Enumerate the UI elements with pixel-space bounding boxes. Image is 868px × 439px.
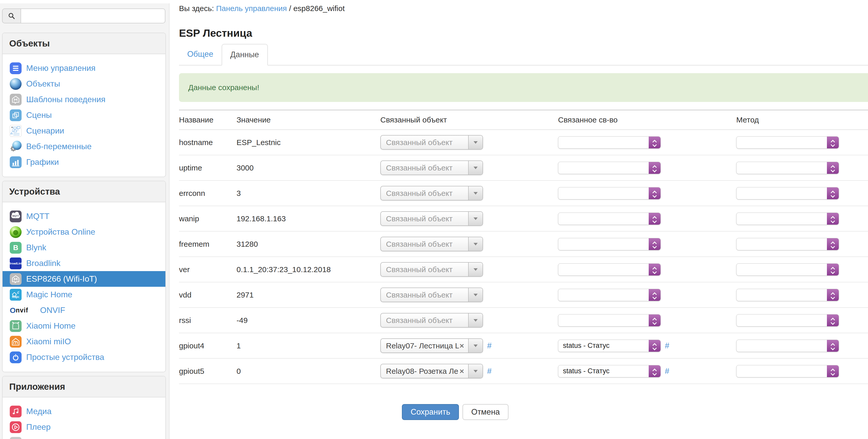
- control-menu-icon: [10, 62, 22, 74]
- table-row-wanip: wanip 192.168.1.163 Связанный объект: [179, 206, 868, 231]
- method-select[interactable]: [736, 263, 839, 276]
- sidebar-item-charts[interactable]: Графики: [3, 154, 165, 170]
- sidebar-item-media[interactable]: Медиа: [3, 404, 165, 419]
- tab-general[interactable]: Общее: [179, 44, 222, 65]
- linked-object-select[interactable]: Relay08- Розетка Ле… ×: [380, 364, 483, 378]
- method-select[interactable]: [736, 314, 839, 326]
- linked-object-select[interactable]: Связанный объект: [380, 313, 483, 327]
- property-name: uptime: [179, 163, 237, 172]
- sidebar-panel-objects: Объекты Меню управления Объекты Шаблоны …: [2, 33, 166, 177]
- method-select[interactable]: [736, 238, 839, 250]
- sidebar-item-xiaomi-miio[interactable]: Xiaomi miIO: [3, 334, 165, 349]
- broadlink-icon: BroadLink: [10, 257, 22, 269]
- select-chevrons-icon: [827, 238, 839, 250]
- column-header-name: Название: [179, 116, 237, 124]
- sidebar-item-behavior-templates[interactable]: Шаблоны поведения: [3, 92, 165, 107]
- linked-property-select[interactable]: [558, 314, 661, 326]
- linked-object-select[interactable]: Связанный объект: [380, 287, 483, 302]
- linked-property-select[interactable]: status - Статус: [558, 340, 661, 352]
- linked-object-select[interactable]: Связанный объект: [380, 186, 483, 200]
- linked-object-select[interactable]: Relay07- Лестница L… ×: [380, 338, 483, 353]
- linked-property-select[interactable]: [558, 187, 661, 199]
- select-chevrons-icon: [827, 264, 839, 276]
- column-header-method: Метод: [736, 116, 868, 124]
- remove-selection-icon[interactable]: ×: [459, 341, 468, 350]
- sidebar-item-onvif[interactable]: Onvif ONVIF: [3, 303, 165, 318]
- select-chevrons-icon: [827, 213, 839, 225]
- property-value: 31280: [237, 240, 380, 249]
- search-button[interactable]: [2, 8, 21, 23]
- dropdown-arrow-icon: [468, 263, 483, 276]
- sidebar-item-mqtt[interactable]: MQTT MQTT: [3, 209, 165, 224]
- sidebar-item-broadlink[interactable]: BroadLink Broadlink: [3, 255, 165, 271]
- method-select[interactable]: [736, 136, 839, 149]
- object-link[interactable]: #: [487, 341, 492, 350]
- sidebar-item-file-manager[interactable]: File Manager: [3, 435, 165, 439]
- property-value: 2971: [237, 291, 380, 299]
- linked-object-select[interactable]: Связанный объект: [380, 135, 483, 150]
- select-chevrons-icon: [827, 365, 839, 377]
- remove-selection-icon[interactable]: ×: [459, 367, 468, 376]
- linked-property-select[interactable]: [558, 289, 661, 301]
- linked-property-select[interactable]: [558, 238, 661, 250]
- linked-property-select[interactable]: [558, 136, 661, 149]
- linked-object-select[interactable]: Связанный объект: [380, 160, 483, 175]
- linked-object-select[interactable]: Связанный объект: [380, 237, 483, 251]
- dropdown-arrow-icon: [468, 186, 483, 200]
- tab-data[interactable]: Данные: [222, 44, 268, 65]
- search-input[interactable]: [21, 8, 165, 23]
- method-select[interactable]: [736, 365, 839, 377]
- sidebar-item-magic-home[interactable]: Magic Magic Home: [3, 287, 165, 303]
- sidebar-item-scenarios[interactable]: Сценарии: [3, 123, 165, 138]
- method-select[interactable]: [736, 213, 839, 225]
- breadcrumb: Вы здесь: Панель управления / esp8266_wi…: [179, 0, 868, 13]
- linked-object-select[interactable]: Связанный объект: [380, 211, 483, 226]
- property-name: rssi: [179, 316, 237, 325]
- linked-property-select[interactable]: [558, 263, 661, 276]
- linked-property-select[interactable]: status - Статус: [558, 365, 661, 377]
- sidebar-item-web-variables[interactable]: Веб-переменные: [3, 138, 165, 154]
- form-actions: Сохранить Отмена: [402, 404, 868, 420]
- select-chevrons-icon: [649, 289, 660, 301]
- sidebar-item-control-menu[interactable]: Меню управления: [3, 60, 165, 76]
- breadcrumb-current: esp8266_wifiot: [293, 4, 345, 12]
- blynk-icon: B: [10, 242, 22, 254]
- property-name: vdd: [179, 291, 237, 299]
- sidebar-item-blynk[interactable]: B Blynk: [3, 240, 165, 255]
- sidebar-item-player[interactable]: Плеер: [3, 419, 165, 435]
- breadcrumb-separator: /: [289, 4, 291, 12]
- breadcrumb-link-control-panel[interactable]: Панель управления: [216, 4, 287, 12]
- method-select[interactable]: [736, 162, 839, 174]
- sidebar-item-simple-devices[interactable]: Простые устройства: [3, 349, 165, 365]
- main-content: Вы здесь: Панель управления / esp8266_wi…: [170, 0, 868, 439]
- dropdown-arrow-icon: [468, 135, 483, 149]
- dropdown-arrow-icon: [468, 288, 483, 302]
- dropdown-arrow-icon: [468, 313, 483, 327]
- select-chevrons-icon: [827, 314, 839, 326]
- method-select[interactable]: [736, 340, 839, 352]
- sidebar-item-esp8266-wifi-iot[interactable]: ESP8266 (Wifi-IoT): [3, 271, 165, 287]
- property-value: 192.168.1.163: [237, 214, 380, 223]
- table-row-gpiout4: gpiout4 1 Relay07- Лестница L… × # statu…: [179, 333, 868, 358]
- method-select[interactable]: [736, 289, 839, 301]
- select-chevrons-icon: [827, 187, 839, 199]
- property-link[interactable]: #: [665, 367, 669, 376]
- sidebar-item-scenes[interactable]: Сцены: [3, 107, 165, 123]
- column-header-value: Значение: [237, 116, 380, 124]
- sidebar: Объекты Меню управления Объекты Шаблоны …: [0, 3, 169, 439]
- object-link[interactable]: #: [487, 367, 492, 376]
- bar-chart-icon: [10, 156, 22, 168]
- property-name: errconn: [179, 189, 237, 198]
- save-button[interactable]: Сохранить: [402, 404, 459, 420]
- linked-property-select[interactable]: [558, 162, 661, 174]
- property-link[interactable]: #: [665, 341, 669, 350]
- sidebar-item-xiaomi-home[interactable]: Xiaomi Home: [3, 318, 165, 334]
- select-chevrons-icon: [649, 162, 660, 174]
- sidebar-item-devices-online[interactable]: Устройства Online: [3, 224, 165, 240]
- cancel-button[interactable]: Отмена: [463, 404, 508, 420]
- linked-object-select[interactable]: Связанный объект: [380, 262, 483, 277]
- linked-property-select[interactable]: [558, 213, 661, 225]
- select-chevrons-icon: [649, 365, 660, 377]
- sidebar-item-objects[interactable]: Объекты: [3, 76, 165, 92]
- method-select[interactable]: [736, 187, 839, 199]
